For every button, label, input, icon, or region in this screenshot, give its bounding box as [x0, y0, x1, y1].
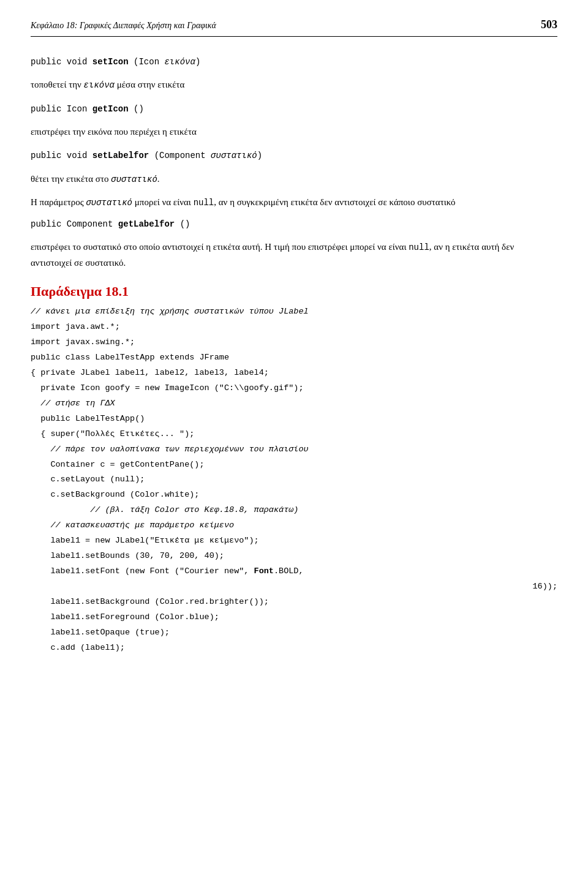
code-line-7: // στήσε τη ΓΔΧ	[31, 397, 557, 410]
code-setlabelfor-params: (Component συστατικό)	[149, 151, 262, 160]
getlabelfor-block: public Component getLabelfor ()	[31, 216, 557, 231]
paragraph2: επιστρέφει το συστατικό στο οποίο αντιστ…	[31, 239, 557, 270]
code-getlabelfor-params: ()	[175, 219, 190, 229]
code-line-9: { super("Πολλές Ετικέτες... ");	[31, 428, 557, 441]
code-line-6: private Icon goofy = new ImageIcon ("C:\…	[31, 382, 557, 395]
code-line-17: label1.setBounds (30, 70, 200, 40);	[31, 550, 557, 563]
code-line-13: c.setBackground (Color.white);	[31, 489, 557, 502]
code-line-15: // κατασκευαστής με παράμετρο κείμενο	[31, 519, 557, 532]
code-line-8: public LabelTestApp()	[31, 413, 557, 426]
code-line-22: label1.setOpaque (true);	[31, 626, 557, 639]
code-line-12: c.setLayout (null);	[31, 473, 557, 486]
code-seticon-params: (Icon εικόνα)	[129, 57, 201, 67]
code-line-21: label1.setForeground (Color.blue);	[31, 611, 557, 624]
code-line-4: public class LabelTestApp extends JFrame	[31, 352, 557, 364]
setlabelfor-desc: θέτει την ετικέτα στο συστατικό.	[31, 171, 557, 186]
code-line-16: label1 = new JLabel("Ετικέτα με κείμενο"…	[31, 535, 557, 547]
page-header: Κεφάλαιο 18: Γραφικές Διεπαφές Χρήστη κα…	[31, 18, 557, 37]
code-geticon: getIcon	[92, 104, 129, 114]
code-public-icon: public Icon	[31, 104, 92, 114]
code-line-19: 16));	[31, 581, 557, 593]
code-line-2: import java.awt.*;	[31, 321, 557, 334]
code-line-3: import javax.swing.*;	[31, 336, 557, 349]
seticon-block: public void setIcon (Icon εικόνα)	[31, 54, 557, 69]
code-line-23: c.add (label1);	[31, 642, 557, 655]
code-getlabelfor-bold: getLabelfor	[118, 219, 175, 229]
page-number: 503	[541, 18, 557, 31]
code-public-void-seticon: public void	[31, 57, 92, 67]
setlabelfor-block: public void setLabelfor (Component συστα…	[31, 148, 557, 162]
geticon-block: public Icon getIcon ()	[31, 101, 557, 116]
paragraph1: Η παράμετρος συστατικό μπορεί να είναι n…	[31, 195, 557, 210]
code-line-10: // πάρε τον υαλοπίνακα των περιεχομένων …	[31, 443, 557, 456]
section-heading: Παράδειγμα 18.1	[31, 284, 557, 299]
code-line-20: label1.setBackground (Color.red.brighter…	[31, 596, 557, 609]
code-area: // κάνει μια επίδειξη της χρήσης συστατι…	[31, 306, 557, 654]
geticon-desc: επιστρέφει την εικόνα που περιέχει η ετι…	[31, 124, 557, 139]
code-seticon: setIcon	[92, 57, 129, 67]
code-setlabelfor-bold: setLabelfor	[92, 151, 149, 160]
code-geticon-params: ()	[129, 104, 144, 114]
chapter-title: Κεφάλαιο 18: Γραφικές Διεπαφές Χρήστη κα…	[31, 21, 216, 31]
code-line-11: Container c = getContentPane();	[31, 459, 557, 472]
code-line-18: label1.setFont (new Font ("Courier new",…	[31, 565, 557, 578]
seticon-desc: τοποθετεί την εικόνα μέσα στην ετικέτα	[31, 77, 557, 92]
code-setlabelfor: public void	[31, 151, 92, 160]
code-line-5: { private JLabel label1, label2, label3,…	[31, 367, 557, 380]
code-getlabelfor: public Component	[31, 219, 118, 229]
code-line-1: // κάνει μια επίδειξη της χρήσης συστατι…	[31, 306, 557, 318]
code-line-14: // (βλ. τάξη Color στο Κεφ.18.8, παρακάτ…	[31, 504, 557, 517]
